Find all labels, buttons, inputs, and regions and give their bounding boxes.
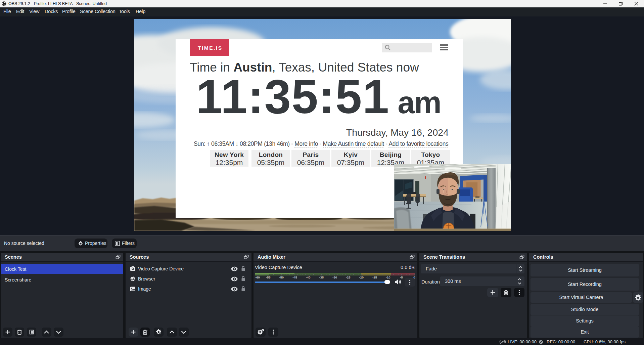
svg-text:-30: -30 [332,275,337,279]
svg-text:-25: -25 [346,275,351,279]
svg-text:-10: -10 [386,275,390,279]
svg-text:-40: -40 [306,275,311,279]
svg-text:-55: -55 [266,275,271,279]
svg-text:-15: -15 [372,275,377,279]
svg-text:-35: -35 [319,275,324,279]
svg-text:-60: -60 [255,275,260,279]
svg-text:-20: -20 [359,275,364,279]
svg-text:-45: -45 [292,275,297,279]
svg-text:-50: -50 [279,275,284,279]
